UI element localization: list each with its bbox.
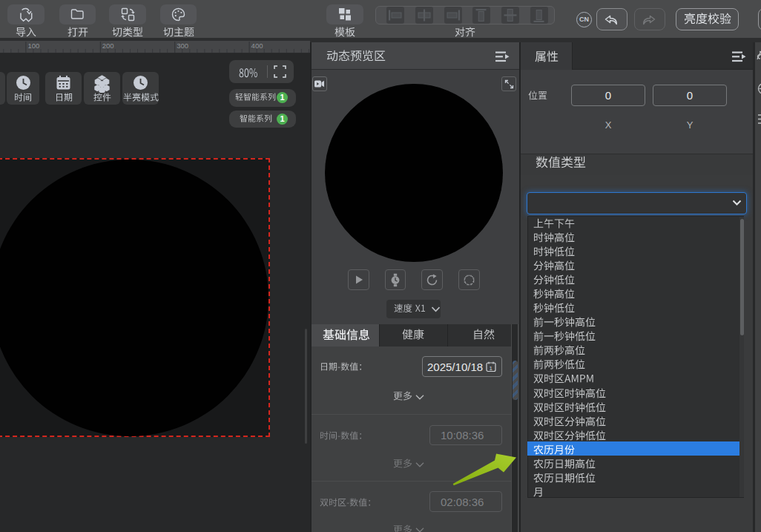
svg-text:400: 400 [251,42,263,50]
svg-text:200: 200 [102,42,114,50]
svg-text:100: 100 [27,42,39,50]
svg-text:300: 300 [177,42,188,50]
svg-text:1: 1 [490,365,493,372]
